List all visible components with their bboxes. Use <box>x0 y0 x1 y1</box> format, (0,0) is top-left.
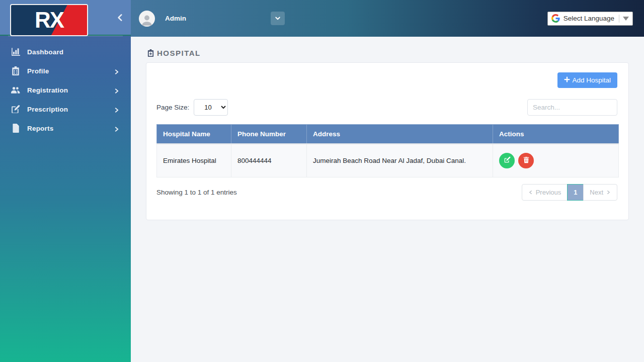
sidebar-item-label: Prescription <box>27 106 114 113</box>
plus-icon <box>564 76 572 84</box>
sidebar-item-label: Registration <box>27 86 114 94</box>
add-hospital-button[interactable]: Add Hospital <box>557 72 617 88</box>
page-size-label: Page Size: <box>156 104 189 111</box>
hospital-card: Add Hospital Page Size: 10 Hospital Name… <box>146 62 629 220</box>
add-hospital-label: Add Hospital <box>572 76 611 84</box>
language-selector[interactable]: Select Language <box>547 12 633 26</box>
topbar: Admin Select Language <box>131 0 644 37</box>
sidebar-item-label: Profile <box>27 67 114 75</box>
pen-square-icon <box>11 105 20 114</box>
user-menu-button[interactable] <box>271 12 285 25</box>
dropdown-arrow-icon <box>623 17 629 21</box>
table-row: Emirates Hospital 800444444 Jumeirah Bea… <box>157 144 619 177</box>
bar-chart-icon <box>11 47 20 56</box>
divider <box>619 15 619 23</box>
language-selector-label: Select Language <box>564 15 614 22</box>
chevron-right-icon <box>606 189 611 196</box>
delete-button[interactable] <box>518 153 534 168</box>
sidebar: RX Dashboard Profile Registration <box>0 0 131 362</box>
next-page-button[interactable]: Next <box>583 184 617 201</box>
table-header-row: Hospital Name Phone Number Address Actio… <box>157 125 619 144</box>
page-title: HOSPITAL <box>157 49 201 57</box>
chevron-right-icon <box>114 125 120 131</box>
pagination: Previous 1 Next <box>522 184 617 201</box>
sidebar-item-reports[interactable]: Reports <box>8 119 123 138</box>
cell-phone-number: 800444444 <box>231 144 307 177</box>
sidebar-item-prescription[interactable]: Prescription <box>8 100 123 119</box>
main-content: HOSPITAL Add Hospital Page Size: 10 <box>131 37 644 362</box>
page-number-button[interactable]: 1 <box>567 184 584 201</box>
trash-icon <box>523 156 530 165</box>
file-icon <box>11 124 20 133</box>
next-label: Next <box>590 189 603 196</box>
sidebar-header: RX <box>0 0 131 36</box>
hospital-icon <box>147 49 154 57</box>
previous-label: Previous <box>536 189 561 196</box>
clipboard-icon <box>11 66 20 75</box>
chevron-right-icon <box>114 68 120 74</box>
chevron-right-icon <box>114 106 120 112</box>
avatar[interactable] <box>139 11 155 27</box>
topbar-username: Admin <box>165 15 186 22</box>
edit-button[interactable] <box>499 153 515 168</box>
sidebar-item-label: Reports <box>27 125 114 132</box>
app-logo[interactable]: RX <box>10 4 88 36</box>
previous-page-button[interactable]: Previous <box>522 184 568 201</box>
column-header-phone-number[interactable]: Phone Number <box>231 125 307 144</box>
pencil-square-icon <box>504 156 511 165</box>
entries-summary: Showing 1 to 1 of 1 entries <box>156 189 237 196</box>
sidebar-item-profile[interactable]: Profile <box>8 61 123 80</box>
column-header-address[interactable]: Address <box>307 125 493 144</box>
chevron-down-icon <box>275 14 281 23</box>
users-icon <box>11 85 20 95</box>
sidebar-item-dashboard[interactable]: Dashboard <box>8 42 123 61</box>
hospital-table: Hospital Name Phone Number Address Actio… <box>156 124 619 177</box>
sidebar-menu: Dashboard Profile Registration Pre <box>8 36 123 138</box>
google-icon <box>551 14 560 23</box>
cell-address: Jumeirah Beach Road Near Al Jadaf, Dubai… <box>307 144 493 177</box>
sidebar-item-registration[interactable]: Registration <box>8 80 123 100</box>
column-header-hospital-name[interactable]: Hospital Name <box>157 125 231 144</box>
sidebar-item-label: Dashboard <box>27 48 120 56</box>
chevron-left-icon <box>528 189 533 196</box>
search-input[interactable] <box>527 99 617 116</box>
cell-hospital-name: Emirates Hospital <box>157 144 231 177</box>
logo-text: RX <box>35 8 63 33</box>
chevron-right-icon <box>114 87 120 93</box>
cell-actions <box>493 144 619 177</box>
column-header-actions: Actions <box>493 125 619 144</box>
sidebar-collapse-icon[interactable] <box>116 13 125 22</box>
page-size-select[interactable]: 10 <box>194 99 228 116</box>
